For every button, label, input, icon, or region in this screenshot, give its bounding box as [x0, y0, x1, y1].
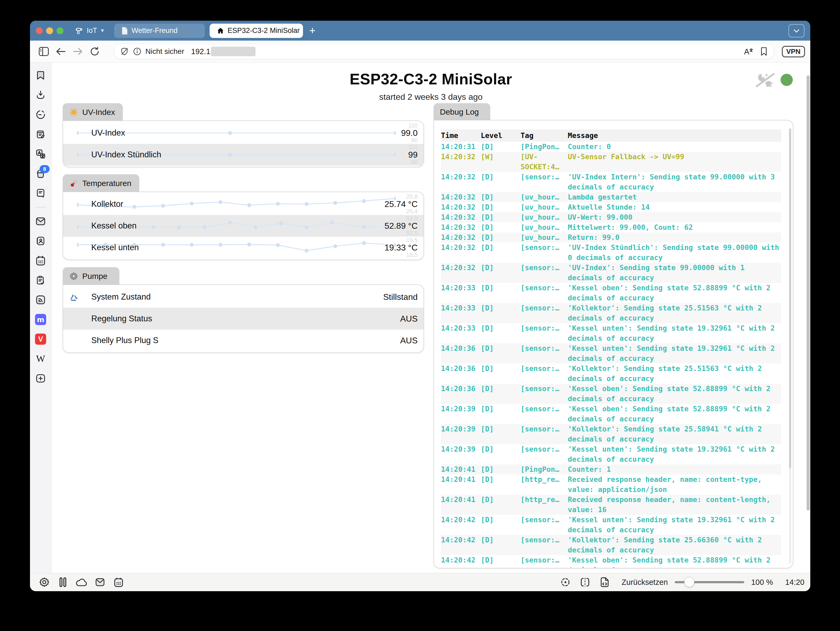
sensor-value: 99 [408, 150, 418, 159]
log-scrollbar[interactable] [789, 128, 791, 564]
debug-log-card: TimeLevelTagMessage 14:20:31[D][PingPon…… [434, 120, 793, 568]
reader-focus-icon[interactable] [559, 576, 572, 588]
log-row: 14:20:36[D][sensor:…'Kessel unten': Send… [441, 343, 781, 364]
log-column-header: Time [441, 130, 481, 142]
sidebar-item-contacts[interactable] [35, 235, 46, 247]
page-scrollbar[interactable] [807, 65, 810, 571]
log-row: 14:20:31[D][PingPon…Counter: 0 [441, 142, 781, 152]
log-column-header: Message [568, 130, 781, 142]
log-row: 14:20:33[D][sensor:…'Kessel unten': Send… [441, 323, 781, 343]
profile-drill-icon [75, 26, 84, 35]
close-button[interactable] [36, 27, 43, 34]
log-row: 14:20:36[D][sensor:…'Kollektor': Sending… [441, 364, 781, 384]
cloud-icon[interactable] [75, 576, 88, 588]
log-level: [D] [481, 303, 521, 323]
mastodon-icon: m [35, 314, 46, 325]
tab-bar: IoT ▼ Wetter-Freund ESP32-C3-2 MiniSolar… [30, 21, 810, 41]
log-row: 14:20:42[D][sensor:…'Kessel oben': Sendi… [441, 555, 781, 568]
sidebar-item-history[interactable] [35, 109, 46, 120]
mail-icon[interactable] [94, 576, 106, 588]
sidebar-item-notes[interactable] [35, 128, 46, 140]
new-tab-button[interactable]: + [309, 25, 316, 36]
theme-toggle-icon[interactable] [756, 72, 775, 88]
debug-log-tab-label: Debug Log [440, 108, 479, 117]
sidebar-item-bookmarks[interactable] [35, 70, 46, 81]
sensor-row: Kollektor25,825.74 °C25,4 [63, 193, 423, 215]
sidebar-item-add[interactable] [35, 373, 46, 384]
log-time: 14:20:41 [441, 464, 481, 474]
sidebar-item-reading-list[interactable] [35, 187, 46, 199]
zoom-slider[interactable] [675, 581, 744, 583]
log-time: 14:20:32 [441, 222, 481, 232]
log-msg: 'Kessel unten': Sending state 19.32961 °… [568, 515, 781, 535]
sidebar-item-mastodon[interactable]: m [35, 314, 46, 325]
tab-wetter-freund[interactable]: Wetter-Freund [114, 24, 205, 38]
log-time: 14:20:42 [441, 535, 481, 555]
log-level: [D] [481, 222, 521, 232]
log-time: 14:20:33 [441, 283, 481, 303]
sidebar-item-mail[interactable] [35, 215, 46, 227]
split-view-icon[interactable] [579, 576, 591, 588]
log-time: 14:20:33 [441, 323, 481, 343]
profile-label: IoT [87, 27, 97, 35]
zoom-slider-thumb[interactable] [684, 577, 694, 587]
sidebar-item-translate[interactable] [35, 148, 46, 160]
sensor-row: Kessel unten19,519.33 °C18,5 [63, 237, 423, 258]
document-icon [121, 27, 128, 35]
shield-off-icon [120, 47, 129, 56]
calendar-icon[interactable] [112, 576, 125, 588]
settings-gear-icon[interactable] [38, 576, 51, 588]
address-bar[interactable]: Nicht sicher 192.1 [114, 44, 774, 59]
sidebar-item-rss[interactable] [35, 294, 46, 306]
log-tag: [sensor:… [521, 364, 568, 384]
log-tag: [uv_hour… [521, 202, 568, 212]
section-temperaturen: Temperaturen Kollektor25,825.74 °C25,4 K… [63, 174, 424, 260]
log-level: [D] [481, 192, 521, 202]
tab-esp32-minisolar[interactable]: ESP32-C3-2 MiniSolar [210, 24, 303, 38]
mail-icon [35, 216, 46, 226]
pause-icon[interactable] [57, 576, 69, 588]
vpn-button[interactable]: VPN [782, 46, 805, 57]
sensor-row: UV-Index Stündlich1109990 [63, 144, 423, 166]
cycle-icon [67, 291, 80, 303]
zoom-reset-button[interactable]: Zurücksetzen [622, 578, 668, 587]
minimize-button[interactable] [46, 27, 53, 34]
home-icon [216, 27, 224, 35]
sidebar-item-calendar[interactable] [35, 255, 46, 266]
contacts-icon [35, 236, 46, 247]
thermometer-icon [69, 179, 79, 188]
zoom-button[interactable] [57, 27, 63, 34]
profile-switcher[interactable]: IoT ▼ [75, 26, 105, 35]
forward-button[interactable] [71, 44, 85, 59]
sidebar-toggle-button[interactable] [37, 44, 51, 59]
axis-top-label: 19,5 [406, 237, 418, 243]
log-level: [D] [481, 212, 521, 222]
back-button[interactable] [54, 44, 68, 59]
sidebar-item-vivaldi[interactable]: V [35, 333, 46, 345]
bookmark-icon[interactable] [760, 47, 768, 56]
translate-page-icon[interactable] [744, 47, 753, 56]
log-time: 14:20:33 [441, 303, 481, 323]
tab-overview-button[interactable] [788, 24, 804, 37]
log-time: 14:20:32 [441, 172, 481, 192]
info-icon[interactable] [133, 47, 142, 56]
log-level: [D] [481, 464, 521, 474]
log-level: [D] [481, 495, 521, 515]
page-title: ESP32-C3-2 MiniSolar [52, 70, 810, 88]
log-tag: [sensor:… [521, 343, 568, 364]
sidebar-item-downloads[interactable] [35, 89, 46, 101]
reload-button[interactable] [88, 44, 102, 59]
sidebar-item-basket[interactable]: 8 [35, 168, 46, 179]
page-subtitle: started 2 weeks 3 days ago [52, 92, 810, 102]
page-source-icon[interactable] [598, 576, 611, 588]
log-msg: 'Kessel oben': Sending state 52.88899 °C… [568, 283, 781, 303]
log-tag: [http_re… [521, 495, 568, 515]
sidebar-item-tasks[interactable] [35, 274, 46, 286]
log-msg: 'Kollektor': Sending state 25.58941 °C w… [568, 424, 781, 444]
log-time: 14:20:32 [441, 152, 481, 172]
log-row: 14:20:32[W][UV- SOCKET:4…UV-Sensor Fallb… [441, 152, 781, 172]
sidebar-item-wikipedia[interactable]: W [35, 353, 46, 365]
browser-window: IoT ▼ Wetter-Freund ESP32-C3-2 MiniSolar… [30, 21, 810, 591]
log-tag: [sensor:… [521, 384, 568, 404]
log-time: 14:20:32 [441, 263, 481, 283]
